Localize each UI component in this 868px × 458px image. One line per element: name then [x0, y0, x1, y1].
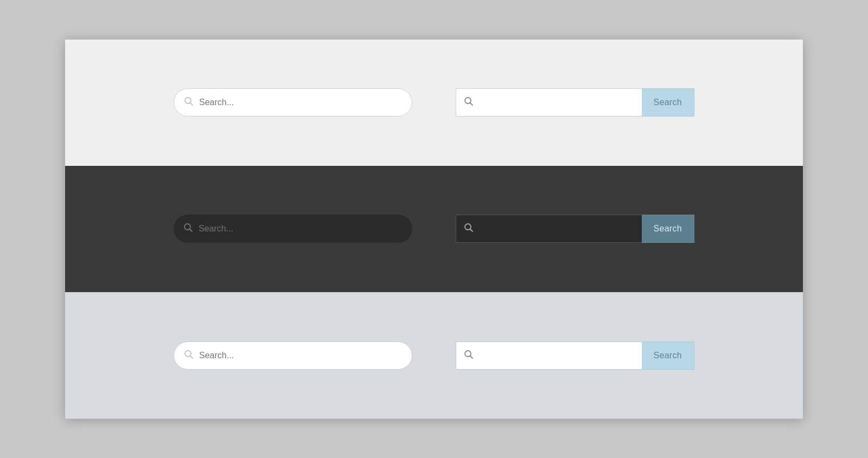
square-search-input-light[interactable] [479, 98, 634, 107]
pill-search-light [174, 88, 412, 117]
svg-line-11 [470, 356, 473, 358]
svg-line-3 [470, 103, 473, 106]
search-button-bluegray[interactable]: Search [642, 341, 695, 370]
svg-line-9 [190, 356, 193, 358]
square-input-area-light [456, 88, 642, 117]
main-card: Search [65, 40, 803, 419]
svg-line-5 [190, 229, 193, 232]
section-blue-gray: Search [65, 292, 803, 418]
search-button-light[interactable]: Search [642, 88, 695, 117]
square-search-light: Search [456, 88, 694, 117]
search-icon [184, 350, 194, 362]
search-icon [183, 223, 193, 235]
search-button-dark[interactable]: Search [642, 215, 695, 243]
pill-search-bluegray [174, 341, 412, 370]
square-search-bluegray: Search [456, 341, 694, 370]
svg-line-1 [190, 103, 193, 106]
square-input-area-bluegray [456, 341, 642, 370]
pill-search-input-bluegray[interactable] [199, 351, 402, 360]
square-search-input-bluegray[interactable] [479, 351, 634, 360]
pill-search-input-dark[interactable] [199, 224, 403, 234]
search-icon [464, 96, 474, 108]
search-icon [184, 96, 194, 108]
square-search-input-dark[interactable] [479, 224, 634, 234]
square-search-dark: Search [456, 215, 694, 243]
square-input-area-dark [456, 215, 642, 243]
search-icon [464, 350, 474, 362]
pill-search-dark [174, 215, 412, 243]
search-icon [464, 223, 474, 235]
svg-line-7 [470, 229, 473, 232]
section-light: Search [65, 40, 803, 166]
pill-search-input-light[interactable] [199, 98, 402, 107]
section-dark: Search [65, 166, 803, 292]
